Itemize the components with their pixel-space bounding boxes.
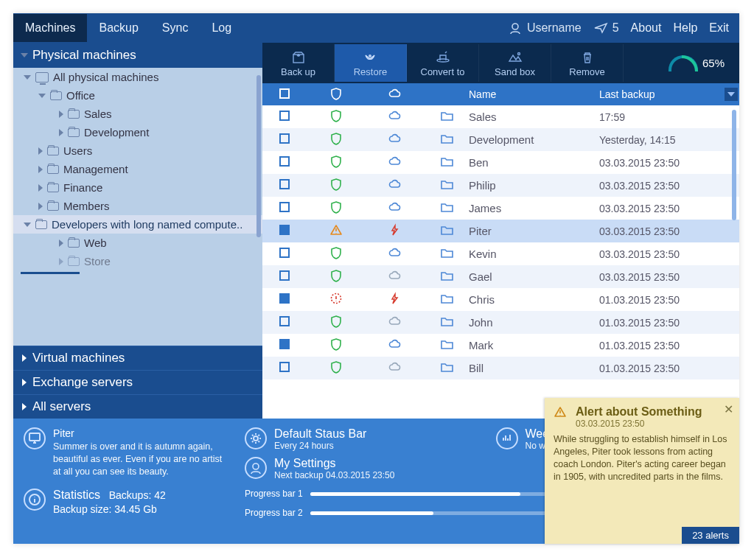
- messages-area[interactable]: 5: [593, 21, 619, 35]
- tree-office[interactable]: Office: [13, 86, 262, 105]
- row-checkbox[interactable]: [279, 339, 290, 349]
- horizontal-scrollbar[interactable]: [21, 272, 80, 274]
- action-label: Sand box: [495, 66, 535, 77]
- cloud-icon: [366, 200, 425, 216]
- table-row[interactable]: Kevin03.03.2015 23:50: [262, 242, 739, 265]
- messages-count: 5: [612, 21, 619, 35]
- table-row[interactable]: Mark01.03.2015 23:50: [262, 334, 739, 357]
- status-icon: [307, 269, 366, 284]
- row-checkbox[interactable]: [279, 316, 290, 326]
- action-sandbox[interactable]: Sand box: [479, 44, 551, 82]
- content: Back up Restore Convert to Sand box Remo…: [262, 43, 739, 419]
- action-convert[interactable]: Convert to: [407, 44, 479, 82]
- cat-all-servers[interactable]: All servers: [13, 394, 262, 419]
- status-icon: [307, 246, 366, 262]
- tree-users[interactable]: Users: [13, 141, 262, 160]
- row-checkbox[interactable]: [279, 111, 290, 121]
- stats-backups: Backups: 42: [109, 489, 166, 501]
- alert-footer[interactable]: 23 alerts: [682, 527, 739, 544]
- col-last-backup[interactable]: Last backup: [599, 88, 725, 100]
- action-remove[interactable]: Remove: [551, 44, 624, 82]
- table-row[interactable]: John01.03.2015 23:50: [262, 311, 739, 334]
- row-checkbox[interactable]: [279, 270, 290, 281]
- alert-date: 03.03.2015 23:50: [576, 419, 702, 429]
- action-backup[interactable]: Back up: [262, 44, 335, 82]
- row-name: Gael: [469, 270, 599, 283]
- col-name[interactable]: Name: [469, 88, 599, 100]
- menu-machines[interactable]: Machines: [13, 14, 87, 42]
- tree-label: Office: [66, 89, 95, 102]
- tree-management[interactable]: Management: [13, 160, 262, 178]
- action-label: Remove: [569, 66, 604, 77]
- info-icon: [24, 489, 46, 511]
- table-row[interactable]: Ben03.03.2015 23:50: [262, 151, 739, 174]
- row-last-backup: 01.03.2015 23:50: [599, 317, 739, 329]
- row-checkbox[interactable]: [279, 202, 290, 212]
- tree-developers-long[interactable]: Developers with long named compute..: [13, 215, 262, 234]
- table-row[interactable]: Sales17:59: [262, 105, 739, 128]
- cat-virtual-machines[interactable]: Virtual machines: [13, 346, 262, 370]
- sidebar-header[interactable]: Physical machines: [13, 43, 262, 68]
- row-last-backup: 03.03.2015 23:50: [599, 225, 739, 237]
- table-body: Sales17:59DevelopmentYesterday, 14:15Ben…: [262, 105, 739, 419]
- tree-web[interactable]: Web: [13, 234, 262, 252]
- menu-about[interactable]: About: [631, 21, 662, 35]
- row-checkbox[interactable]: [279, 133, 290, 144]
- row-checkbox[interactable]: [279, 225, 290, 235]
- table-row[interactable]: Chris01.03.2015 23:50: [262, 288, 739, 311]
- col-cloud[interactable]: [366, 87, 425, 102]
- table-row[interactable]: Piter03.03.2015 23:50: [262, 220, 739, 242]
- cat-exchange-servers[interactable]: Exchange servers: [13, 370, 262, 394]
- expand-icon: [22, 403, 27, 410]
- cloud-icon: [366, 292, 425, 307]
- username-label: Username: [527, 21, 582, 35]
- row-name: Piter: [469, 225, 599, 237]
- tree-label: Store: [84, 255, 111, 267]
- tree-finance[interactable]: Finance: [13, 178, 262, 197]
- topbar: Machines Backup Sync Log Username 5 Abou…: [13, 13, 739, 43]
- action-restore[interactable]: Restore: [335, 44, 407, 82]
- vertical-scrollbar[interactable]: [732, 110, 736, 220]
- menu-log[interactable]: Log: [200, 14, 243, 42]
- stats-size: Backup size: 34.45 Gb: [53, 503, 166, 515]
- action-label: Convert to: [421, 66, 465, 77]
- vertical-scrollbar[interactable]: [256, 75, 261, 237]
- folder-icon: [68, 110, 80, 119]
- machine-tree: All physical machines Office Sales Devel…: [13, 68, 262, 346]
- tree-store[interactable]: Store: [13, 252, 262, 270]
- tree-members[interactable]: Members: [13, 197, 262, 215]
- row-checkbox[interactable]: [279, 179, 290, 189]
- menu-backup[interactable]: Backup: [87, 14, 150, 42]
- row-checkbox[interactable]: [279, 362, 290, 372]
- computer-icon: [35, 72, 49, 83]
- folder-icon: [425, 315, 469, 330]
- table-row[interactable]: Philip03.03.2015 23:50: [262, 174, 739, 197]
- row-name: Ben: [469, 156, 599, 169]
- category-list: Virtual machines Exchange servers All se…: [13, 346, 262, 419]
- tree-sales[interactable]: Sales: [13, 105, 262, 123]
- row-checkbox[interactable]: [279, 293, 290, 304]
- user-area[interactable]: Username: [508, 21, 582, 35]
- table-row[interactable]: James03.03.2015 23:50: [262, 197, 739, 220]
- menu-help[interactable]: Help: [673, 21, 697, 35]
- col-check[interactable]: [262, 88, 307, 101]
- table-row[interactable]: Bill01.03.2015 23:50: [262, 357, 739, 379]
- row-checkbox[interactable]: [279, 248, 290, 258]
- close-icon[interactable]: ✕: [724, 402, 733, 416]
- monitor-icon: [24, 427, 46, 449]
- menu-sync[interactable]: Sync: [150, 14, 200, 42]
- row-name: Kevin: [469, 248, 599, 260]
- tree-development[interactable]: Development: [13, 123, 262, 141]
- tree-label: Members: [63, 200, 110, 212]
- sort-dropdown[interactable]: [725, 88, 738, 101]
- col-status[interactable]: [307, 87, 366, 102]
- table-row[interactable]: DevelopmentYesterday, 14:15: [262, 128, 739, 151]
- tree-all-physical[interactable]: All physical machines: [13, 68, 262, 86]
- folder-icon: [425, 178, 469, 193]
- status-bar-title: Default Staus Bar: [274, 427, 366, 441]
- table-row[interactable]: Gael03.03.2015 23:50: [262, 265, 739, 288]
- row-name: Chris: [469, 293, 599, 306]
- row-checkbox[interactable]: [279, 156, 290, 167]
- menu-exit[interactable]: Exit: [709, 21, 729, 35]
- progress2-label: Progress bar 2: [245, 508, 303, 518]
